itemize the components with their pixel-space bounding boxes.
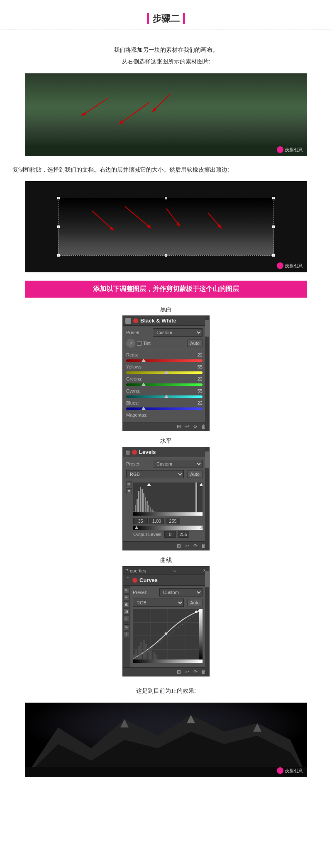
levels-shadow-thumb[interactable] [147, 483, 151, 486]
levels-channel-select[interactable]: RGB [126, 470, 184, 478]
levels-panel-header: ▦ Levels [123, 447, 209, 457]
levels-tool-1[interactable]: ✏ [126, 481, 132, 487]
curves-preset-select[interactable]: Custom [159, 588, 203, 596]
bw-panel-footer: ⊞ ↩ ⟳ 🗑 [123, 422, 209, 431]
bw-preset-select[interactable]: Custom [153, 328, 203, 337]
watermark-icon-1 [277, 146, 283, 153]
bw-greens-row: Greens: 22 [126, 376, 203, 381]
levels-output-shadow-input[interactable] [164, 531, 176, 538]
bw-reds-thumb[interactable] [142, 359, 146, 362]
bw-yellows-slider[interactable] [126, 371, 203, 374]
bw-cyans-slider[interactable] [126, 395, 203, 398]
levels-input-gradient [133, 512, 203, 516]
bw-scrollbar-thumb[interactable] [205, 320, 209, 337]
bw-cyans-row: Cyans: 55 [126, 388, 203, 393]
bw-auto-button[interactable]: Auto [187, 339, 203, 347]
levels-output-shadow-thumb[interactable] [134, 526, 139, 529]
bw-cyans-value: 55 [198, 388, 203, 393]
levels-highlight-input[interactable] [166, 518, 180, 524]
levels-scrollbar[interactable] [205, 447, 209, 550]
description-line1: 我们将添加另一块的素材在我们的画布。 [0, 44, 332, 56]
levels-tool-2[interactable]: ▼ [126, 488, 132, 494]
bw-greens-thumb[interactable] [142, 383, 146, 386]
bw-blues-value: 22 [198, 400, 203, 405]
curves-scrollbar-thumb[interactable] [205, 571, 209, 587]
output-label: Output Levels: [133, 532, 163, 537]
bw-panel-header: Black & White [123, 316, 209, 326]
levels-footer-icon-1[interactable]: ⊞ [176, 543, 182, 549]
watermark-text-1: 茂趣创意 [285, 147, 303, 153]
curves-graph [133, 609, 203, 663]
levels-footer-icon-2[interactable]: ↩ [184, 543, 190, 549]
bw-scrollbar[interactable] [205, 316, 209, 431]
levels-footer-icon-3[interactable]: ⟳ [193, 543, 198, 549]
curves-body: Preset: Custom RGB Auto [130, 586, 209, 667]
bw-blues-thumb[interactable] [142, 407, 146, 410]
bw-greens-slider[interactable] [126, 383, 203, 386]
mountain-image-1: 茂趣创意 [25, 73, 307, 156]
watermark-2: 茂趣创意 [277, 262, 303, 269]
bw-blues-label: Blues: [126, 400, 151, 405]
final-image: 茂趣创意 [25, 703, 307, 777]
final-label: 这是到目前为止的效果: [136, 687, 196, 694]
bw-footer-icon-1[interactable]: ⊞ [176, 424, 182, 429]
bw-footer-icon-2[interactable]: ↩ [184, 424, 190, 429]
curves-auto-button[interactable]: Auto [187, 599, 203, 606]
levels-output-highlight-input[interactable] [178, 531, 189, 538]
bw-yellows-row: Yellows: 55 [126, 364, 203, 369]
curves-footer-icon-2[interactable]: ↩ [184, 669, 190, 675]
levels-output-gradient [133, 526, 203, 530]
bw-yellows-value: 55 [198, 364, 203, 369]
levels-output-highlight-thumb[interactable] [200, 526, 204, 529]
levels-panel: ▦ Levels Preset: Custom RGB Auto ✏ ▼ [122, 447, 210, 550]
curves-svg [133, 609, 203, 663]
panel-label-bw: 黑白 [0, 306, 332, 313]
curves-tool-smooth[interactable]: ⌇ [124, 631, 129, 637]
bw-hand-tool[interactable]: ☞ [126, 339, 135, 348]
handle-bl [57, 254, 60, 257]
instruction-section: 复制和粘贴，选择到我们的文档。右边的层并缩减它的大小。然后用软橡皮擦出顶边: [0, 165, 332, 175]
canvas-image: 茂趣创意 [25, 181, 307, 272]
levels-channel-row: RGB Auto [126, 470, 203, 478]
curves-preset-row: Preset: Custom [133, 588, 203, 596]
curves-panel-title: Curves [139, 577, 158, 583]
levels-auto-button[interactable]: Auto [187, 470, 203, 478]
levels-icon: ▦ [125, 449, 130, 455]
title-bar-right [183, 13, 185, 24]
curves-channel-row: RGB Auto [133, 599, 203, 607]
instruction-text: 复制和粘贴，选择到我们的文档。右边的层并缩减它的大小。然后用软橡皮擦出顶边: [12, 166, 229, 173]
curves-panel-header: ⌒ Curves [123, 575, 209, 586]
levels-histogram-area: ✏ ▼ [126, 480, 203, 539]
levels-preset-select[interactable]: Custom [153, 460, 203, 468]
curves-scrollbar[interactable] [205, 567, 209, 676]
curves-channel-select[interactable]: RGB [133, 599, 184, 607]
svg-rect-14 [142, 489, 143, 516]
bw-cyans-thumb[interactable] [164, 395, 168, 398]
curves-tool-pencil[interactable]: ✏ [124, 594, 129, 600]
curves-tool-sample-mid[interactable]: ◑ [124, 609, 129, 614]
bw-yellows-label: Yellows: [126, 364, 151, 369]
curves-footer-icon-3[interactable]: ⟳ [193, 669, 198, 675]
levels-shadow-input[interactable] [133, 518, 148, 524]
levels-scrollbar-thumb[interactable] [205, 451, 209, 468]
curves-tool-wave[interactable]: ∿ [124, 624, 129, 630]
curves-tool-sample-highlight[interactable]: ○ [124, 616, 129, 621]
step-title-section: 步骤二 [0, 0, 332, 44]
bw-blues-slider[interactable] [126, 407, 203, 410]
curves-expand-icon[interactable]: » [173, 568, 176, 573]
svg-line-2 [120, 102, 149, 123]
curves-tool-sample-shadow[interactable]: ◐ [124, 601, 129, 607]
bw-tint-checkbox[interactable] [137, 341, 142, 346]
curves-tool-pointer[interactable]: ↖ [124, 587, 129, 593]
curves-icon: ⌒ [125, 577, 130, 584]
bw-footer-icon-3[interactable]: ⟳ [193, 424, 198, 429]
curves-properties-bar: Properties » ✕ [123, 567, 209, 575]
bw-reds-slider[interactable] [126, 359, 203, 362]
levels-highlight-thumb[interactable] [199, 483, 203, 486]
levels-mid-input[interactable] [149, 518, 164, 524]
image-1-container: 茂趣创意 [25, 73, 307, 156]
canvas-inner-area [58, 198, 274, 256]
curves-panel: Properties » ✕ ⌒ Curves ↖ ✏ ◐ ◑ ○ ∿ ⌇ Pr… [122, 566, 210, 676]
curves-footer-icon-1[interactable]: ⊞ [176, 669, 182, 675]
bw-yellows-thumb[interactable] [164, 371, 168, 374]
